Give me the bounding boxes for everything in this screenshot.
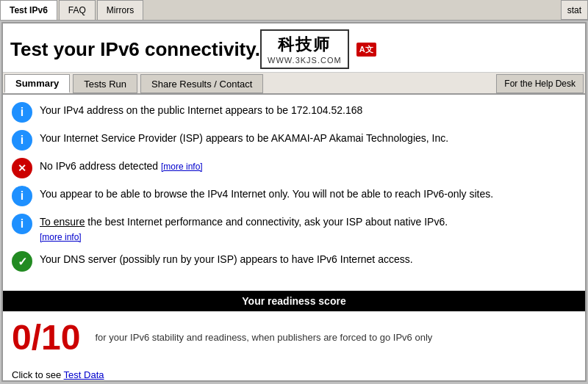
score-area: 0/10 for your IPv6 stability and readine… <box>3 311 585 363</box>
score-description: for your IPv6 stability and readiness, w… <box>95 332 432 343</box>
tab-label: Mirrors <box>107 5 134 15</box>
tab-share-results[interactable]: Share Results / Contact <box>140 74 263 93</box>
result-row-2: i Your Internet Service Provider (ISP) a… <box>12 130 576 151</box>
header-area: Test your IPv6 connectivity. 科技师 WWW.3KJ… <box>3 23 585 73</box>
tab-summary[interactable]: Summary <box>4 74 70 93</box>
help-desk-button[interactable]: For the Help Desk <box>496 74 584 93</box>
score-bar: Your readiness score <box>3 291 585 311</box>
translate-label: A文 <box>359 45 373 54</box>
click-test-area: Click to see Test Data <box>3 363 585 382</box>
tab-faq[interactable]: FAQ <box>59 0 96 20</box>
stat-button[interactable]: stat <box>561 0 588 20</box>
tab-label: Test IPv6 <box>10 5 48 15</box>
logo-text-bottom: WWW.3KJS.COM <box>268 56 342 65</box>
result-row-1: i Your IPv4 address on the public Intern… <box>12 102 576 123</box>
click-test-prefix: Click to see <box>12 369 64 380</box>
result-text-6: Your DNS server (possibly run by your IS… <box>40 251 576 267</box>
more-info-link-3[interactable]: [more info] <box>161 162 203 172</box>
translate-icon[interactable]: A文 <box>356 43 376 57</box>
result-row-5: i To ensure the best Internet performanc… <box>12 214 576 244</box>
tab-label: FAQ <box>68 5 86 15</box>
nav-tabs-bar: Summary Tests Run Share Results / Contac… <box>3 73 585 95</box>
result-text-1: Your IPv4 address on the public Internet… <box>40 102 576 118</box>
help-desk-label: For the Help Desk <box>504 79 576 89</box>
result-text-3: No IPv6 address detected [more info] <box>40 158 576 174</box>
tab-mirrors[interactable]: Mirrors <box>97 0 143 20</box>
test-data-link[interactable]: Test Data <box>64 369 104 380</box>
success-icon-6: ✓ <box>12 251 32 272</box>
stat-label: stat <box>567 5 581 15</box>
results-area: i Your IPv4 address on the public Intern… <box>3 95 585 286</box>
big-score: 0/10 <box>12 317 80 358</box>
info-icon-4: i <box>12 186 32 206</box>
result-row-6: ✓ Your DNS server (possibly run by your … <box>12 251 576 272</box>
tab-tests-run[interactable]: Tests Run <box>73 74 137 93</box>
info-icon-2: i <box>12 130 32 151</box>
tab-summary-label: Summary <box>15 78 59 89</box>
more-info-link-5[interactable]: [more info] <box>40 232 82 242</box>
result-row-3: ✕ No IPv6 address detected [more info] <box>12 158 576 178</box>
site-logo: 科技师 WWW.3KJS.COM <box>260 29 349 69</box>
tab-tests-run-label: Tests Run <box>84 79 126 90</box>
info-icon-5: i <box>12 214 32 234</box>
result-text-5: To ensure the best Internet performance … <box>40 214 576 244</box>
result-row-4: i You appear to be able to browse the IP… <box>12 186 576 206</box>
result-text-2: Your Internet Service Provider (ISP) app… <box>40 130 576 146</box>
tab-test-ipv6[interactable]: Test IPv6 <box>0 0 57 20</box>
result-text-4: You appear to be able to browse the IPv4… <box>40 186 576 202</box>
tab-share-results-label: Share Results / Contact <box>151 79 252 90</box>
site-title: Test your IPv6 connectivity. <box>10 38 260 61</box>
logo-text-top: 科技师 <box>268 34 342 56</box>
error-icon-3: ✕ <box>12 158 32 178</box>
main-container: Test your IPv6 connectivity. 科技师 WWW.3KJ… <box>1 22 587 382</box>
browser-tab-bar: Test IPv6 FAQ Mirrors stat <box>0 0 588 21</box>
info-icon-1: i <box>12 102 32 123</box>
score-bar-label: Your readiness score <box>242 295 345 307</box>
